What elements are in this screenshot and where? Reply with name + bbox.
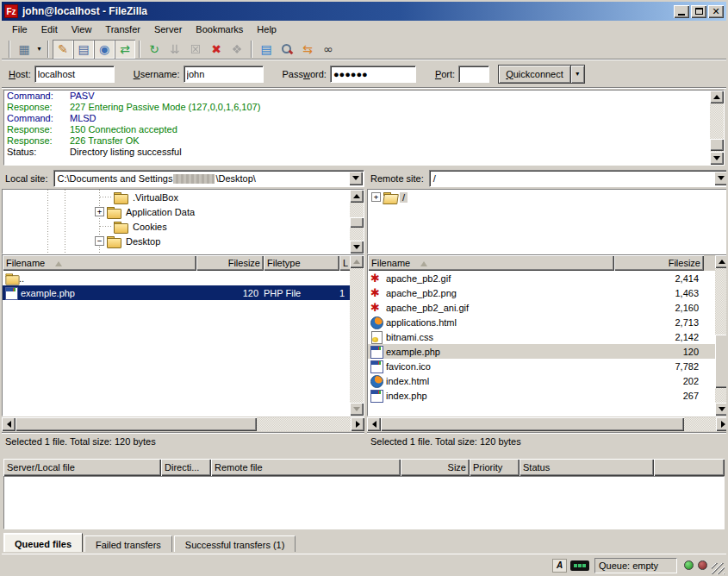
- reconnect-button[interactable]: ❖: [227, 40, 247, 59]
- directory-comparison-button[interactable]: [277, 40, 297, 59]
- queue-column-priority[interactable]: Priority: [470, 459, 520, 476]
- toggle-queue-view-button[interactable]: ⇄: [115, 40, 135, 59]
- find-files-button[interactable]: ∞: [318, 40, 339, 59]
- file-row[interactable]: ..: [3, 271, 364, 285]
- file-row[interactable]: example.php120PHP File1: [3, 285, 364, 300]
- menu-item-view[interactable]: View: [65, 22, 99, 36]
- file-row[interactable]: index.html202: [368, 373, 728, 388]
- list-scroll-up[interactable]: [350, 255, 364, 268]
- toggle-local-tree-button[interactable]: ▤: [73, 40, 94, 59]
- local-list-scrollbar[interactable]: [350, 255, 364, 416]
- filter-button[interactable]: ▤: [256, 40, 277, 59]
- tree-item[interactable]: −Desktop: [3, 234, 350, 248]
- password-input[interactable]: [330, 66, 416, 83]
- remote-list-scrollbar[interactable]: [715, 255, 728, 416]
- list-scroll-down[interactable]: [350, 403, 364, 416]
- local-hscrollbar[interactable]: [2, 417, 364, 431]
- log-scroll-up[interactable]: [710, 91, 724, 103]
- quickconnect-dropdown-button[interactable]: ▾: [571, 65, 585, 84]
- host-input[interactable]: [34, 66, 115, 83]
- hscroll-right[interactable]: [716, 417, 728, 431]
- site-manager-dropdown-button[interactable]: ▾: [34, 40, 44, 59]
- collapse-icon[interactable]: −: [95, 236, 104, 246]
- list-scroll-up[interactable]: [715, 255, 728, 268]
- list-scroll-down[interactable]: [715, 403, 728, 416]
- resize-grip[interactable]: [712, 563, 725, 576]
- speed-limit-icon[interactable]: [570, 560, 589, 571]
- tab-successful-transfers-1[interactable]: Successful transfers (1): [174, 535, 296, 552]
- queue-column-size[interactable]: Size: [401, 459, 470, 476]
- local-tree: .VirtualBox+Application DataCookies−Desk…: [2, 189, 364, 254]
- file-row[interactable]: favicon.ico7,782: [368, 359, 728, 373]
- queue-column-status[interactable]: Status: [520, 459, 654, 476]
- hscroll-right[interactable]: [351, 417, 364, 431]
- tree-item[interactable]: +/: [368, 190, 728, 204]
- menu-item-edit[interactable]: Edit: [34, 22, 65, 36]
- tree-item[interactable]: Cookies: [3, 219, 350, 234]
- hscroll-thumb[interactable]: [16, 417, 257, 431]
- toggle-remote-tree-button[interactable]: ◉: [94, 40, 115, 59]
- queue-column-server-local-file[interactable]: Server/Local file: [3, 459, 161, 476]
- column-header-filename[interactable]: Filename: [368, 255, 614, 271]
- local-path-dropdown-button[interactable]: [349, 172, 363, 185]
- menu-item-server[interactable]: Server: [147, 22, 189, 36]
- column-header-filesize[interactable]: Filesize: [614, 255, 704, 271]
- port-input[interactable]: [458, 66, 489, 83]
- message-log-lines[interactable]: Command:PASVResponse:227 Entering Passiv…: [4, 91, 710, 165]
- remote-tree-items[interactable]: +/: [368, 190, 728, 254]
- queue-column-directi[interactable]: Directi...: [161, 459, 211, 476]
- quickconnect-button[interactable]: Quickconnect: [498, 65, 571, 84]
- local-tree-scrollbar[interactable]: [350, 190, 364, 254]
- hscroll-thumb[interactable]: [381, 417, 684, 431]
- log-scroll-down[interactable]: [710, 152, 724, 165]
- minimize-button[interactable]: [674, 5, 689, 18]
- log-scroll-thumb[interactable]: [710, 139, 724, 151]
- tree-item-label: Cookies: [130, 222, 170, 232]
- process-queue-button[interactable]: ⇊: [165, 40, 185, 59]
- refresh-button[interactable]: ↻: [144, 40, 165, 59]
- file-row[interactable]: bitnami.css2,142: [368, 329, 728, 344]
- local-path-combo[interactable]: C:\Documents and Settings\Desktop\: [53, 170, 364, 187]
- tree-item[interactable]: +Application Data: [3, 204, 350, 219]
- tree-scroll-up[interactable]: [350, 190, 364, 203]
- site-manager-button[interactable]: ▦: [14, 40, 34, 59]
- list-scroll-thumb[interactable]: [715, 335, 728, 388]
- remote-hscrollbar[interactable]: [367, 417, 728, 431]
- tab-queued-files[interactable]: Queued files: [3, 533, 83, 552]
- column-header-filesize[interactable]: Filesize: [196, 255, 264, 271]
- menu-item-transfer[interactable]: Transfer: [98, 22, 147, 36]
- cancel-operation-button[interactable]: ☒: [185, 40, 206, 59]
- tree-scroll-thumb[interactable]: [350, 217, 364, 228]
- expand-icon[interactable]: +: [371, 192, 381, 202]
- tree-scroll-down[interactable]: [350, 241, 364, 254]
- hscroll-left[interactable]: [2, 417, 16, 431]
- file-row[interactable]: example.php120: [368, 344, 728, 359]
- file-row[interactable]: apache_pb2.gif2,414: [368, 271, 728, 285]
- file-row[interactable]: apache_pb2_ani.gif2,160: [368, 300, 728, 315]
- tree-item[interactable]: .VirtualBox: [3, 190, 350, 204]
- menu-item-bookmarks[interactable]: Bookmarks: [189, 22, 250, 36]
- expand-icon[interactable]: +: [95, 207, 104, 216]
- log-scrollbar[interactable]: [710, 91, 724, 165]
- menu-item-help[interactable]: Help: [250, 22, 283, 36]
- file-row[interactable]: apache_pb2.png1,463: [368, 285, 728, 300]
- remote-path-combo[interactable]: /: [429, 170, 728, 187]
- queue-column-remote-file[interactable]: Remote file: [211, 459, 401, 476]
- maximize-button[interactable]: [691, 5, 706, 18]
- remote-path-dropdown-button[interactable]: [714, 172, 728, 185]
- local-tree-items[interactable]: .VirtualBox+Application DataCookies−Desk…: [3, 190, 350, 254]
- menu-item-file[interactable]: File: [5, 22, 34, 36]
- file-row[interactable]: applications.html2,713: [368, 315, 728, 329]
- column-header-filename[interactable]: Filename: [3, 255, 196, 271]
- close-button[interactable]: ✕: [708, 5, 724, 18]
- toggle-log-view-button[interactable]: ✎: [53, 40, 73, 59]
- synchronized-browsing-button[interactable]: ⇆: [297, 40, 318, 59]
- column-header-filetype[interactable]: Filetype: [264, 255, 339, 271]
- queue-body[interactable]: [3, 476, 725, 529]
- disconnect-button[interactable]: ✖: [206, 40, 227, 59]
- tab-failed-transfers[interactable]: Failed transfers: [84, 535, 172, 552]
- username-input[interactable]: [184, 66, 264, 83]
- file-row[interactable]: index.php267: [368, 388, 728, 403]
- hscroll-left[interactable]: [367, 417, 381, 431]
- filename-cell: bitnami.css: [368, 329, 614, 344]
